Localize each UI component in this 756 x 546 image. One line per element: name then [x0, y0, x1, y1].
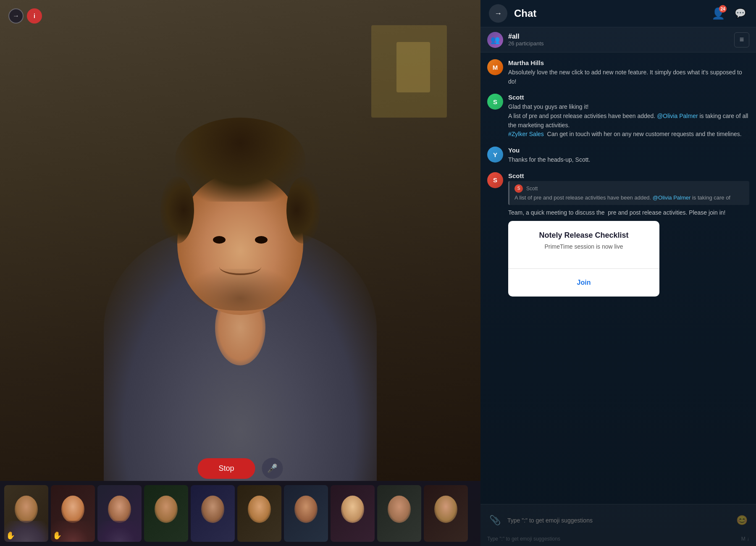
avatar: S: [487, 94, 503, 110]
message-sender: Scott: [508, 94, 749, 101]
message-content: You Thanks for the heads-up, Scott.: [508, 147, 749, 165]
chat-panel: → Chat 👤 24 💬 👥 #all 26 participants ≡: [480, 0, 756, 546]
hashtag-zylker: #Zylker Sales: [508, 131, 544, 137]
emoji-hint-text: Type ":" to get emoji suggestions: [487, 536, 560, 542]
message-text: Team, a quick meeting to discuss the pre…: [508, 208, 749, 218]
participants-strip: ✋ ✋: [0, 481, 480, 546]
avatar: M: [487, 59, 503, 75]
message-text: Glad that you guys are liking it! A list…: [508, 102, 749, 139]
participant-thumb[interactable]: [237, 485, 281, 542]
message-content: Scott Glad that you guys are liking it! …: [508, 94, 749, 139]
message-group: Y You Thanks for the heads-up, Scott.: [487, 147, 749, 165]
meeting-card-subtitle: PrimeTime session is now live: [518, 243, 649, 250]
meeting-card-join: Join: [508, 269, 659, 297]
chat-header: → Chat 👤 24 💬: [480, 0, 756, 27]
avatar: S: [487, 172, 503, 188]
participant-thumb[interactable]: [191, 485, 235, 542]
meeting-card-body: Notely Release Checklist PrimeTime sessi…: [508, 221, 659, 268]
message-content: Scott S Scott A list of pre and post rel…: [508, 172, 749, 297]
quoted-text: A list of pre and post release activitie…: [514, 194, 744, 202]
message-group: S Scott S Scott A list of pre and post r…: [487, 172, 749, 297]
message-sender: You: [508, 147, 749, 154]
quoted-sender: S Scott: [514, 184, 744, 193]
mention-olivia: @Olivia Palmer: [657, 113, 698, 119]
participant-thumb[interactable]: ✋: [4, 485, 48, 542]
participant-thumb[interactable]: [144, 485, 188, 542]
channel-avatar-icon: 👥: [491, 35, 500, 45]
chat-bubble-button[interactable]: 💬: [732, 6, 748, 21]
back-arrow-icon: →: [494, 9, 502, 18]
chat-title: Chat: [514, 8, 702, 19]
quoted-sender-name: Scott: [526, 186, 538, 192]
participant-thumb[interactable]: [424, 485, 468, 542]
participant-thumb[interactable]: ✋: [51, 485, 95, 542]
notification-badge: 24: [719, 5, 727, 13]
message-sender: Scott: [508, 172, 749, 179]
participant-thumb[interactable]: [97, 485, 142, 542]
mention-olivia-quoted: @Olivia Palmer: [653, 194, 691, 201]
participant-thumb[interactable]: [284, 485, 328, 542]
top-badges: → i: [8, 8, 42, 24]
video-controls: Stop 🎤: [197, 458, 283, 479]
list-icon: ≡: [740, 35, 744, 44]
hand-raised-icon: ✋: [6, 531, 15, 540]
message-group: M Martha Hills Absolutely love the new c…: [487, 59, 749, 86]
chat-input-hint: Type ":" to get emoji suggestions M ↓: [480, 536, 756, 546]
message-text: Absolutely love the new click to add new…: [508, 68, 749, 86]
info-badge[interactable]: i: [27, 8, 42, 24]
message-input[interactable]: [507, 517, 729, 524]
quoted-message: S Scott A list of pre and post release a…: [508, 181, 749, 205]
participant-thumb[interactable]: [331, 485, 375, 542]
chat-input-row: 📎 😊: [480, 504, 756, 536]
back-icon[interactable]: →: [8, 8, 24, 24]
meeting-card: Notely Release Checklist PrimeTime sessi…: [508, 221, 659, 297]
channel-info: #all 26 participants: [508, 33, 734, 47]
quoted-avatar: S: [514, 184, 523, 193]
channel-name: #all: [508, 33, 734, 40]
chat-input-area: 📎 😊 Type ":" to get emoji suggestions M …: [480, 504, 756, 546]
join-button[interactable]: Join: [567, 276, 601, 290]
message-text: Thanks for the heads-up, Scott.: [508, 155, 749, 165]
chat-header-icons: 👤 24 💬: [709, 4, 748, 23]
participants-button[interactable]: 👤 24: [709, 4, 727, 23]
video-background: → i Stop 🎤 ✋: [0, 0, 480, 546]
hand-raised-icon: ✋: [52, 531, 62, 540]
mic-icon: 🎤: [267, 463, 278, 473]
messages-area[interactable]: M Martha Hills Absolutely love the new c…: [480, 52, 756, 504]
participants-list-button[interactable]: ≡: [734, 32, 749, 47]
message-content: Martha Hills Absolutely love the new cli…: [508, 59, 749, 86]
mic-button[interactable]: 🎤: [262, 458, 283, 479]
paperclip-icon: 📎: [489, 515, 501, 526]
emoji-icon: 😊: [736, 515, 748, 526]
message-group: S Scott Glad that you guys are liking it…: [487, 94, 749, 139]
message-sender: Martha Hills: [508, 59, 749, 66]
stop-button[interactable]: Stop: [197, 458, 255, 479]
avatar: Y: [487, 147, 503, 163]
meeting-card-title: Notely Release Checklist: [518, 231, 649, 240]
emoji-button[interactable]: 😊: [734, 513, 749, 528]
video-area: → i Stop 🎤 ✋: [0, 0, 480, 546]
channel-avatar: 👥: [487, 32, 503, 48]
chat-back-button[interactable]: →: [489, 4, 507, 23]
channel-header: 👥 #all 26 participants ≡: [480, 27, 756, 52]
channel-participants: 26 participants: [508, 40, 734, 47]
participant-thumb[interactable]: [377, 485, 421, 542]
attach-button[interactable]: 📎: [487, 513, 502, 528]
chat-bubble-icon: 💬: [735, 8, 746, 19]
input-hint-right: M ↓: [741, 536, 749, 542]
